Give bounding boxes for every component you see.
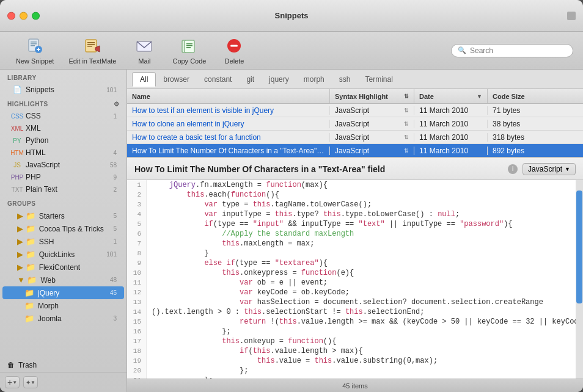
- code-line: 11 var ob = e || event;: [127, 278, 576, 288]
- svg-rect-2: [31, 43, 37, 45]
- col-date[interactable]: Date ▼: [414, 89, 488, 103]
- svg-rect-17: [186, 47, 191, 48]
- delete-icon: [224, 36, 244, 56]
- minimize-button[interactable]: [20, 12, 28, 20]
- code-line: 12 var keyCode = ob.keyCode;: [127, 288, 576, 297]
- groups-header: GROUPS: [0, 195, 127, 209]
- cell-syntax: JavaScript ⇅: [330, 147, 414, 155]
- sidebar-item-flexicontent[interactable]: ▶ 📁 FlexiContent: [2, 261, 124, 274]
- sidebar-item-html[interactable]: HTM HTML 4: [2, 147, 124, 159]
- highlights-header: HIGHLIGHTS ⚙: [0, 96, 127, 110]
- sidebar-item-ssh[interactable]: ▶ 📁 SSH 1: [2, 235, 124, 248]
- sidebar-item-plaintext[interactable]: TXT Plain Text 2: [2, 183, 124, 195]
- sidebar-item-joomla[interactable]: 📁 Joomla 3: [2, 312, 124, 325]
- sidebar-item-jquery[interactable]: 📁 jQuery 45: [2, 286, 124, 299]
- highlights-gear-icon[interactable]: ⚙: [114, 101, 120, 107]
- cell-codesize: 892 bytes: [488, 147, 583, 155]
- table-row[interactable]: How to create a basic test for a functio…: [127, 131, 583, 144]
- cell-syntax: JavaScript ⇅: [330, 106, 414, 115]
- svg-rect-14: [185, 40, 194, 53]
- sidebar: LIBRARY 📄 Snippets 101 HIGHLIGHTS ⚙ CSS …: [0, 70, 127, 392]
- new-snippet-icon: [25, 36, 45, 56]
- window-controls: [7, 12, 40, 20]
- tab-constant[interactable]: constant: [197, 73, 239, 86]
- sidebar-item-javascript[interactable]: JS JavaScript 58: [2, 159, 124, 171]
- sidebar-footer: + ▼ ✦ ▼: [0, 372, 127, 392]
- search-input[interactable]: [470, 46, 562, 55]
- python-icon: PY: [12, 136, 22, 145]
- sidebar-item-snippets[interactable]: 📄 Snippets 101: [2, 84, 124, 96]
- code-line: 8 }: [127, 249, 576, 258]
- code-line: 19 this.value = this.value.substring(0,m…: [127, 356, 576, 366]
- cell-syntax: JavaScript ⇅: [330, 133, 414, 142]
- code-line: 3 var type = this.tagName.toLowerCase();: [127, 200, 576, 209]
- code-line: 1 jQuery.fn.maxLength = function(max){: [127, 180, 576, 190]
- new-snippet-button[interactable]: New Snippet: [10, 34, 60, 67]
- add-group-button[interactable]: + ▼: [5, 376, 20, 388]
- tab-terminal[interactable]: Terminal: [358, 73, 400, 86]
- sidebar-item-web[interactable]: ▼ 📁 Web 48: [2, 274, 124, 286]
- svg-rect-9: [87, 44, 95, 45]
- trash-item[interactable]: 🗑 Trash: [0, 358, 127, 372]
- cell-syntax: JavaScript ⇅: [330, 120, 414, 128]
- html-icon: HTM: [12, 148, 22, 157]
- php-icon: PHP: [12, 173, 22, 181]
- table-row-selected[interactable]: How To Limit The Number Of Characters in…: [127, 144, 583, 158]
- plaintext-icon: TXT: [12, 185, 22, 194]
- search-box[interactable]: 🔍: [451, 44, 573, 57]
- code-line: 20 };: [127, 366, 576, 376]
- maximize-button[interactable]: [32, 12, 40, 20]
- tab-jquery[interactable]: jquery: [262, 73, 296, 86]
- status-text: 45 items: [342, 382, 368, 390]
- code-line: 2 this.each(function(){: [127, 190, 576, 200]
- code-line: 17 this.onkeyup = function(){: [127, 336, 576, 346]
- detail-syntax-dropdown[interactable]: JavaScript ▼: [522, 163, 576, 175]
- sidebar-item-php[interactable]: PHP PHP 9: [2, 171, 124, 183]
- svg-rect-3: [31, 45, 35, 46]
- cell-date: 11 March 2010: [414, 133, 488, 142]
- dropdown-arrow-icon: ▼: [565, 166, 570, 172]
- cell-codesize: 318 bytes: [488, 133, 583, 142]
- table-row[interactable]: How to test if an element is visible in …: [127, 104, 583, 117]
- sidebar-item-python[interactable]: PY Python: [2, 134, 124, 147]
- status-bar: 45 items: [127, 379, 583, 392]
- edit-textmate-label: Edit in TextMate: [68, 57, 116, 65]
- sidebar-item-cocoa[interactable]: ▶ 📁 Cocoa Tips & Tricks 5: [2, 222, 124, 235]
- copy-code-button[interactable]: Copy Code: [166, 34, 212, 67]
- mail-button[interactable]: Mail: [125, 34, 164, 67]
- sidebar-item-css[interactable]: CSS CSS 1: [2, 110, 124, 122]
- close-button[interactable]: [7, 12, 15, 20]
- app-window: Snippets New Snippet: [0, 0, 583, 392]
- tab-git[interactable]: git: [239, 73, 262, 86]
- sidebar-item-morph[interactable]: 📁 Morph: [2, 299, 124, 312]
- mail-icon: [134, 36, 154, 56]
- folder-jquery-icon: 📁: [24, 288, 34, 297]
- main-content: LIBRARY 📄 Snippets 101 HIGHLIGHTS ⚙ CSS …: [0, 70, 583, 392]
- detail-info-button[interactable]: i: [508, 164, 518, 174]
- folder-ssh-icon: ▶ 📁: [17, 237, 35, 246]
- col-syntax[interactable]: Syntax Highlight ⇅: [330, 89, 414, 103]
- sidebar-item-starters[interactable]: ▶ 📁 Starters 5: [2, 209, 124, 222]
- action-button[interactable]: ✦ ▼: [23, 376, 38, 388]
- tab-browser[interactable]: browser: [156, 73, 197, 86]
- code-line: 16 };: [127, 327, 576, 336]
- delete-button[interactable]: Delete: [215, 34, 254, 67]
- cell-name: How to clone an element in jQuery: [127, 120, 330, 128]
- code-line: 14().text.length > 0 : this.selectionSta…: [127, 307, 576, 317]
- folder-morph-icon: 📁: [24, 301, 34, 310]
- table-row[interactable]: How to clone an element in jQuery JavaSc…: [127, 117, 583, 131]
- sidebar-item-xml[interactable]: XML XML: [2, 122, 124, 134]
- svg-rect-1: [31, 42, 37, 43]
- search-icon: 🔍: [458, 46, 466, 54]
- sidebar-item-quicklinks[interactable]: ▶ 📁 QuickLinks 101: [2, 248, 124, 261]
- tab-morph[interactable]: morph: [296, 73, 332, 86]
- tab-ssh[interactable]: ssh: [332, 73, 358, 86]
- code-editor[interactable]: 1 jQuery.fn.maxLength = function(max){ 2…: [127, 180, 583, 379]
- snippets-label: Snippets: [26, 85, 54, 94]
- titlebar: Snippets: [0, 0, 583, 32]
- cell-codesize: 38 bytes: [488, 120, 583, 128]
- copy-code-label: Copy Code: [172, 57, 206, 65]
- edit-textmate-button[interactable]: Edit in TextMate: [62, 34, 122, 67]
- new-snippet-label: New Snippet: [16, 57, 54, 65]
- tab-all[interactable]: All: [132, 72, 156, 87]
